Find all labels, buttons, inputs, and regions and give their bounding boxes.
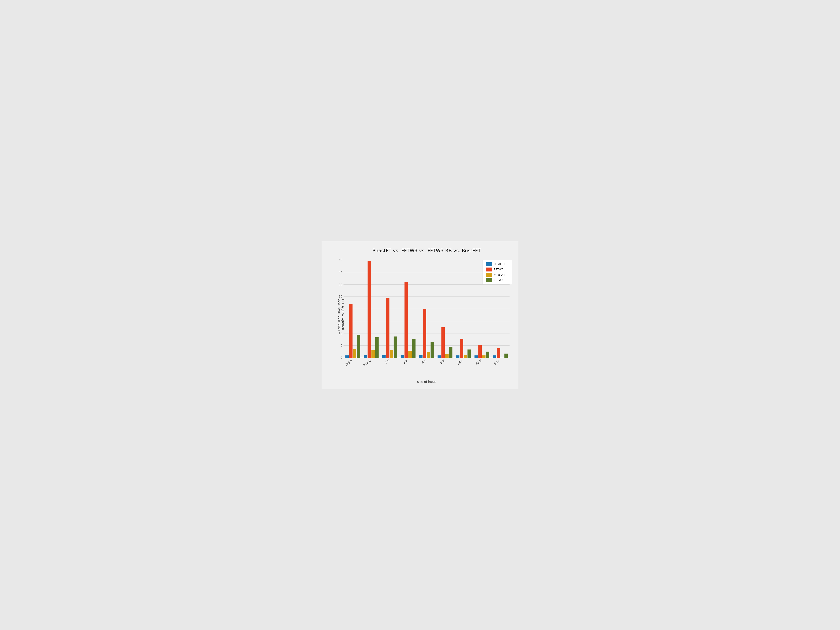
svg-text:25: 25	[339, 295, 343, 298]
bar	[371, 350, 375, 358]
svg-text:16 K: 16 K	[456, 358, 464, 365]
bar	[375, 337, 379, 358]
bar	[368, 261, 371, 358]
bar	[493, 355, 496, 358]
svg-text:30: 30	[339, 283, 343, 286]
bar	[482, 355, 485, 358]
y-axis-label: Execution Time Ratio(relative to RustFFT…	[337, 298, 345, 331]
bar	[504, 354, 508, 358]
bar	[401, 355, 404, 358]
bar	[467, 349, 471, 358]
svg-text:10: 10	[339, 331, 343, 335]
bar	[408, 351, 412, 358]
bar	[427, 352, 430, 358]
svg-text:1 K: 1 K	[384, 358, 390, 364]
bar	[353, 349, 356, 358]
bar	[478, 345, 482, 358]
bar	[423, 309, 426, 358]
bar	[364, 355, 367, 358]
bar	[486, 352, 489, 358]
legend-item: FFTW3	[486, 267, 508, 272]
chart-container: PhastFT vs. FFTW3 vs. FFTW3 RB vs. RustF…	[322, 241, 518, 389]
legend-item: PhastFT	[486, 273, 508, 277]
bar	[449, 347, 452, 358]
svg-text:256 B: 256 B	[344, 359, 353, 366]
legend: RustFFTFFTW3PhastFTFFTW3-RB	[483, 260, 512, 284]
svg-text:40: 40	[339, 258, 343, 261]
svg-text:2 K: 2 K	[403, 358, 409, 364]
bar	[460, 339, 463, 358]
bar	[390, 350, 393, 358]
chart-title: PhastFT vs. FFTW3 vs. FFTW3 RB vs. RustF…	[339, 248, 514, 253]
svg-text:32 K: 32 K	[475, 358, 483, 365]
bar	[346, 355, 349, 358]
bar	[357, 335, 360, 358]
bar	[474, 355, 478, 358]
bar	[456, 355, 459, 358]
svg-text:35: 35	[339, 270, 343, 274]
chart-area: Execution Time Ratio(relative to RustFFT…	[339, 258, 514, 371]
svg-text:8 K: 8 K	[439, 358, 445, 364]
bar	[382, 355, 385, 358]
bar	[445, 354, 448, 358]
bar	[419, 355, 422, 358]
bar	[437, 355, 441, 358]
svg-text:0: 0	[341, 356, 343, 359]
svg-text:4 K: 4 K	[421, 358, 427, 364]
bar	[412, 339, 415, 358]
legend-item: RustFFT	[486, 262, 508, 266]
svg-text:5: 5	[341, 343, 343, 347]
bar	[464, 355, 467, 358]
bar	[431, 342, 434, 358]
legend-item: FFTW3-RB	[486, 278, 508, 282]
bar	[394, 336, 397, 358]
bar	[386, 298, 389, 358]
bar	[441, 327, 445, 358]
svg-text:64 K: 64 K	[493, 358, 501, 365]
x-axis-label: size of input	[417, 380, 436, 384]
bar	[349, 304, 352, 358]
svg-text:512 B: 512 B	[363, 359, 371, 366]
bar	[404, 282, 408, 358]
bar	[497, 348, 500, 358]
